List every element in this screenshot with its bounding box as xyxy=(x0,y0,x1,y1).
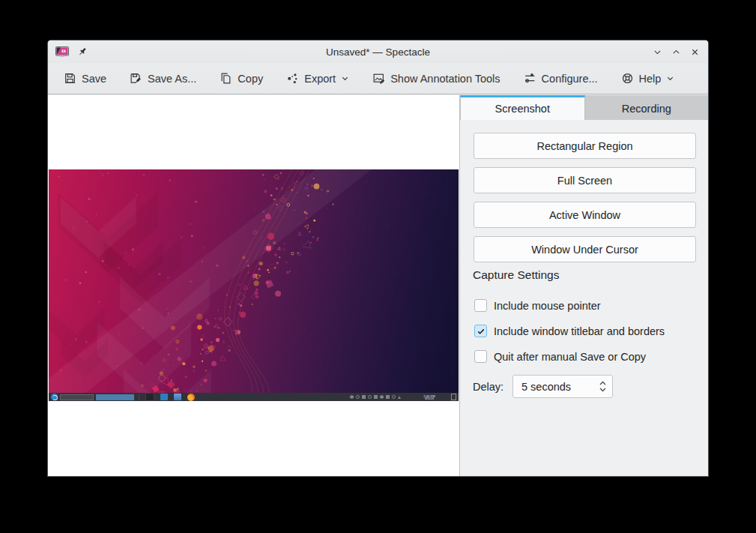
checkbox[interactable] xyxy=(474,299,487,312)
export-share-icon xyxy=(286,72,299,85)
tray-icon xyxy=(398,396,401,399)
active-window-button[interactable]: Active Window xyxy=(474,202,696,228)
tray-icon xyxy=(380,395,384,399)
wallpaper-art xyxy=(49,169,459,401)
tab-recording[interactable]: Recording xyxy=(585,95,709,120)
window-title: Unsaved* — Spectacle xyxy=(48,46,708,58)
folder-icon xyxy=(174,394,181,400)
checkbox[interactable] xyxy=(474,350,487,363)
spectacle-window: Unsaved* — Spectacle Save xyxy=(48,40,708,476)
save-as-button[interactable]: Save As... xyxy=(130,72,196,85)
include-titlebar-checkbox[interactable]: Include window titlebar and borders xyxy=(474,325,665,337)
screenshot-preview: 2:45 PM 8/1/23 xyxy=(49,169,459,401)
konsole-icon xyxy=(145,393,154,401)
checkbox[interactable] xyxy=(474,325,487,337)
help-lifebuoy-icon xyxy=(621,72,634,85)
taskbar-clock: 2:45 PM 8/1/23 xyxy=(417,395,441,399)
minimize-button[interactable] xyxy=(651,46,663,58)
preview-taskbar: 2:45 PM 8/1/23 xyxy=(49,393,459,401)
show-desktop-button xyxy=(451,394,456,400)
include-mouse-pointer-checkbox[interactable]: Include mouse pointer xyxy=(474,299,601,312)
full-screen-button[interactable]: Full Screen xyxy=(474,167,696,193)
spin-down-icon[interactable] xyxy=(599,388,606,392)
tray-icon xyxy=(356,395,360,399)
tray-icon xyxy=(374,395,378,399)
show-annotation-tools-button[interactable]: Show Annotation Tools xyxy=(372,72,500,85)
window-under-cursor-button[interactable]: Window Under Cursor xyxy=(474,236,696,262)
tray-icon xyxy=(386,395,390,399)
help-button[interactable]: Help xyxy=(621,72,675,85)
check-icon xyxy=(477,327,486,336)
configure-sliders-icon xyxy=(524,72,536,85)
tray-icon xyxy=(392,395,396,399)
save-as-icon xyxy=(130,72,142,85)
window-content: 2:45 PM 8/1/23 Screenshot Recording Rect xyxy=(48,95,708,476)
quit-after-save-checkbox[interactable]: Quit after manual Save or Copy xyxy=(474,350,646,363)
preview-pane: 2:45 PM 8/1/23 xyxy=(48,95,460,476)
spin-up-icon[interactable] xyxy=(599,381,606,385)
save-button[interactable]: Save xyxy=(64,72,106,85)
tray-icon xyxy=(368,395,372,399)
maximize-button[interactable] xyxy=(670,46,682,58)
titlebar[interactable]: Unsaved* — Spectacle xyxy=(48,40,708,63)
tray-icon xyxy=(350,395,354,399)
close-button[interactable] xyxy=(689,46,701,58)
delay-spinbox[interactable]: 5 seconds xyxy=(512,375,613,398)
rectangular-region-button[interactable]: Rectangular Region xyxy=(474,133,696,159)
capture-settings-heading: Capture Settings xyxy=(473,268,559,282)
firefox-icon xyxy=(187,394,195,401)
tab-screenshot[interactable]: Screenshot xyxy=(460,95,585,120)
software-icon xyxy=(160,394,168,400)
delay-label: Delay: xyxy=(473,381,512,393)
chevron-down-icon xyxy=(341,74,349,82)
configure-button[interactable]: Configure... xyxy=(524,72,598,85)
copy-button[interactable]: Copy xyxy=(220,72,263,85)
delay-row: Delay: 5 seconds xyxy=(473,375,613,398)
system-tray: 2:45 PM 8/1/23 xyxy=(350,394,459,401)
toolbar: Save Save As... Copy Export xyxy=(48,63,708,94)
desktop-background: { "window": { "title": "Unsaved* — Spect… xyxy=(0,0,756,533)
capture-panel: Screenshot Recording Rectangular Region … xyxy=(460,95,708,476)
task-button-active xyxy=(96,394,134,400)
tabbar: Screenshot Recording xyxy=(460,95,708,120)
export-button[interactable]: Export xyxy=(286,72,349,85)
launcher-icon xyxy=(51,394,58,400)
tray-icon xyxy=(362,395,366,399)
save-icon xyxy=(64,72,76,85)
taskbar-separator xyxy=(139,394,139,400)
annotation-icon xyxy=(372,72,385,85)
task-button xyxy=(60,394,94,400)
chevron-down-icon xyxy=(666,74,674,82)
copy-icon xyxy=(220,72,232,85)
delay-value: 5 seconds xyxy=(513,381,612,393)
